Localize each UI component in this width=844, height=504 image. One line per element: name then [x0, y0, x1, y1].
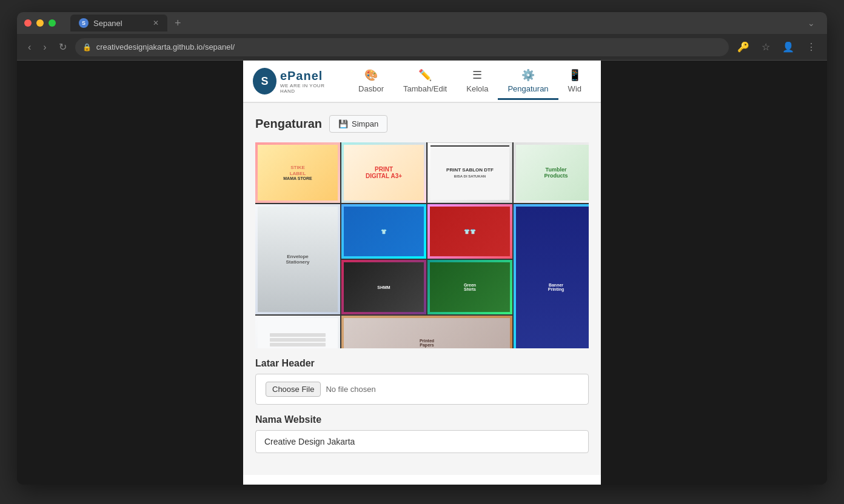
nav-label-tambah: Tambah/Edit — [403, 84, 447, 93]
browser-titlebar: S Sepanel ✕ + ⌄ — [17, 12, 827, 34]
collage-cell-3: PRINT SABLON DTF BISA DI SATUKAN — [427, 142, 512, 203]
pengaturan-icon: ⚙️ — [521, 68, 535, 82]
site-nav: S ePanel WE ARE IN YOUR HAND 🎨 Dasbor ✏️… — [243, 61, 601, 103]
collage-cell-8: BannerPrinting — [514, 204, 589, 348]
dasbor-icon: 🎨 — [364, 68, 378, 82]
nav-label-wid: Wid — [568, 84, 581, 93]
save-icon: 💾 — [338, 119, 348, 128]
nav-item-dasbor[interactable]: 🎨 Dasbor — [349, 64, 394, 100]
nama-website-section: Nama Website — [255, 414, 589, 453]
tab-favicon: S — [79, 18, 89, 28]
collage-cell-2: PRINTDIGITAL A3+ — [341, 142, 426, 203]
save-button[interactable]: 💾 Simpan — [329, 115, 387, 133]
page-title: Pengaturan — [255, 117, 322, 131]
browser-tab[interactable]: S Sepanel ✕ — [70, 15, 167, 31]
kelola-icon: ☰ — [472, 68, 482, 82]
choose-file-button[interactable]: Choose File — [266, 382, 321, 397]
page-header: Pengaturan 💾 Simpan — [255, 115, 589, 133]
logo-area: S ePanel WE ARE IN YOUR HAND — [253, 68, 334, 94]
tambah-icon: ✏️ — [418, 68, 432, 82]
browser-window: S Sepanel ✕ + ⌄ ‹ › ↻ 🔒 creativedesignja… — [17, 12, 827, 485]
logo-text: ePanel WE ARE IN YOUR HAND — [280, 69, 334, 94]
security-icon: 🔒 — [82, 43, 92, 51]
collage-cell-5: EnvelopeStationery — [255, 204, 340, 314]
site-wrapper: S ePanel WE ARE IN YOUR HAND 🎨 Dasbor ✏️… — [243, 61, 601, 485]
forward-btn[interactable]: › — [39, 39, 50, 55]
nav-label-kelola: Kelola — [466, 84, 488, 93]
collage-cell-12: PrintedPapers — [341, 316, 512, 348]
collage-cell-1: STIKELABEL MAMA STORE — [255, 142, 340, 203]
latar-header-label: Latar Header — [255, 358, 589, 369]
image-collage: STIKELABEL MAMA STORE PRINTDIGITAL A3+ — [255, 142, 589, 348]
reload-btn[interactable]: ↻ — [55, 39, 70, 55]
profile-icon[interactable]: 👤 — [779, 39, 798, 55]
back-btn[interactable]: ‹ — [24, 39, 35, 55]
nama-website-input[interactable] — [255, 430, 589, 453]
collage-cell-11: Business Cards — [255, 316, 340, 348]
nav-items: 🎨 Dasbor ✏️ Tambah/Edit ☰ Kelola ⚙️ Peng… — [349, 64, 591, 99]
nav-item-pengaturan[interactable]: ⚙️ Pengaturan — [498, 64, 558, 100]
tab-title: Sepanel — [93, 19, 122, 28]
logo-subtitle: WE ARE IN YOUR HAND — [280, 83, 334, 94]
file-status-text: No file chosen — [326, 385, 375, 394]
save-label: Simpan — [352, 119, 378, 128]
maximize-window-btn[interactable] — [49, 19, 56, 27]
new-tab-btn[interactable]: + — [170, 17, 186, 30]
close-window-btn[interactable] — [24, 19, 32, 27]
collage-cell-9: SHMM — [341, 260, 426, 314]
wid-icon: 📱 — [568, 68, 581, 82]
collage-cell-10: GreenShirts — [427, 260, 512, 314]
logo-title: ePanel — [280, 69, 334, 83]
collage-cell-6: 👕 — [341, 204, 426, 259]
toolbar-actions: 🔑 ☆ 👤 ⋮ — [734, 39, 820, 55]
browser-toolbar: ‹ › ↻ 🔒 creativedesignjakarta.github.io/… — [17, 34, 827, 61]
bookmark-icon[interactable]: ☆ — [758, 39, 774, 55]
logo-icon: S — [253, 68, 276, 94]
file-input-row: Choose File No file chosen — [255, 374, 589, 405]
nama-website-label: Nama Website — [255, 414, 589, 425]
password-manager-icon[interactable]: 🔑 — [734, 39, 753, 55]
collage-cell-7: 👕👕 — [427, 204, 512, 259]
expand-btn[interactable]: ⌄ — [803, 16, 820, 30]
address-bar[interactable]: 🔒 creativedesignjakarta.github.io/sepane… — [75, 38, 729, 56]
latar-header-section: Latar Header Choose File No file chosen — [255, 358, 589, 405]
minimize-window-btn[interactable] — [36, 19, 44, 27]
menu-icon[interactable]: ⋮ — [803, 39, 820, 55]
collage-cell-4: TumblerProducts — [514, 142, 589, 203]
nav-item-tambah[interactable]: ✏️ Tambah/Edit — [394, 64, 457, 100]
tab-close-btn[interactable]: ✕ — [153, 19, 159, 27]
nav-label-pengaturan: Pengaturan — [507, 84, 548, 93]
page-content: S ePanel WE ARE IN YOUR HAND 🎨 Dasbor ✏️… — [17, 61, 827, 485]
url-text: creativedesignjakarta.github.io/sepanel/ — [96, 42, 235, 51]
nav-label-dasbor: Dasbor — [358, 84, 384, 93]
nav-item-kelola[interactable]: ☰ Kelola — [457, 64, 498, 100]
main-content: Pengaturan 💾 Simpan STIKELABEL MAMA STOR… — [243, 103, 601, 475]
nav-item-wid[interactable]: 📱 Wid — [558, 64, 591, 100]
